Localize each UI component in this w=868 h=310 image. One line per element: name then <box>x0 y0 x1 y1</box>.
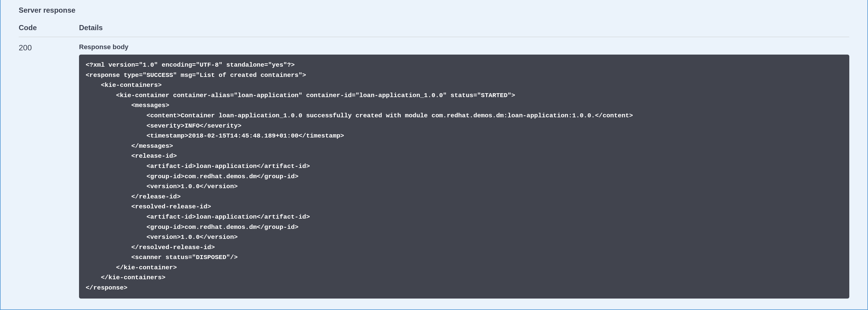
table-header-row: Code Details <box>19 24 849 37</box>
details-column-header: Details <box>79 24 103 32</box>
response-body-label: Response body <box>79 43 849 51</box>
code-column-header: Code <box>19 24 37 32</box>
table-row: 200 Response body <?xml version="1.0" en… <box>19 43 849 299</box>
server-response-panel: Server response Code Details 200 Respons… <box>1 0 867 305</box>
status-code: 200 <box>19 43 79 299</box>
section-title: Server response <box>19 6 849 14</box>
response-table: Code Details 200 Response body <?xml ver… <box>19 24 849 299</box>
response-body-content[interactable]: <?xml version="1.0" encoding="UTF-8" sta… <box>79 55 849 299</box>
response-details: Response body <?xml version="1.0" encodi… <box>79 43 849 299</box>
